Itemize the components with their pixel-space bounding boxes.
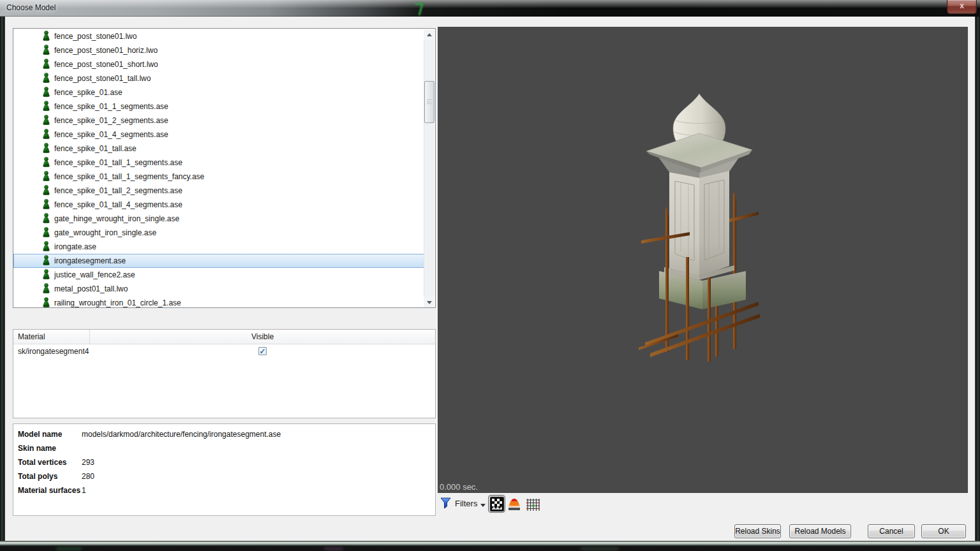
list-item-label: fence_spike_01_tall_1_segments_fancy.ase <box>54 172 204 181</box>
textured-mode-icon <box>490 497 504 511</box>
info-row: Model namemodels/darkmod/architecture/fe… <box>18 427 435 441</box>
list-item[interactable]: fence_spike_01.ase <box>13 85 424 99</box>
model-icon <box>42 185 50 195</box>
list-item[interactable]: fence_post_stone01_short.lwo <box>13 57 424 71</box>
model-preview-viewport[interactable]: 0.000 sec. <box>438 27 968 493</box>
ok-button[interactable]: OK <box>921 524 966 538</box>
filters-label[interactable]: Filters <box>455 499 477 508</box>
list-item[interactable]: gate_hinge_wrought_iron_single.ase <box>13 212 424 226</box>
lighting-mode-icon <box>507 497 522 513</box>
model-icon <box>42 101 50 111</box>
background-artifact <box>414 3 424 17</box>
info-label: Total vertices <box>18 455 82 469</box>
desktop-smudge <box>56 547 82 550</box>
window-border-left <box>0 17 5 541</box>
list-item-label: irongatesegment.ase <box>54 256 126 265</box>
model-icon <box>42 241 50 251</box>
info-row: Material surfaces1 <box>18 483 435 497</box>
cancel-button[interactable]: Cancel <box>868 524 915 538</box>
info-value: 280 <box>82 469 94 483</box>
desktop-strip <box>0 547 980 551</box>
close-icon: x <box>960 1 964 10</box>
reload-skins-button[interactable]: Reload Skins <box>734 524 781 538</box>
textured-mode-button[interactable] <box>488 495 505 513</box>
render-time-label: 0.000 sec. <box>440 482 478 492</box>
model-tree-rows: fence_post_stone01.lwo fence_post_stone0… <box>13 29 424 307</box>
lighting-mode-button[interactable] <box>507 497 522 513</box>
list-item[interactable]: gate_wrought_iron_single.ase <box>13 226 424 240</box>
list-item[interactable]: fence_post_stone01_horiz.lwo <box>13 43 424 57</box>
model-icon <box>42 283 50 293</box>
list-item-label: fence_spike_01_tall_2_segments.ase <box>54 186 182 195</box>
info-row: Skin name <box>18 441 435 455</box>
window-border-right <box>975 17 980 541</box>
list-item[interactable]: fence_spike_01_tall_1_segments_fancy.ase <box>13 170 424 184</box>
model-icon <box>42 157 50 167</box>
info-row: Total polys280 <box>18 469 435 483</box>
materials-table: Material Visible sk/irongatesegment4 <box>13 329 436 418</box>
list-scrollbar[interactable] <box>424 29 434 307</box>
close-button[interactable]: x <box>947 0 977 14</box>
model-icon <box>42 45 50 55</box>
grid-toggle-icon <box>525 497 540 513</box>
model-icon <box>42 171 50 181</box>
list-item[interactable]: fence_spike_01_tall_2_segments.ase <box>13 184 424 198</box>
model-icon <box>42 87 50 97</box>
model-preview-3d <box>620 87 792 362</box>
model-icon <box>42 59 50 69</box>
list-item-label: fence_spike_01_tall.ase <box>54 144 137 153</box>
list-item[interactable]: irongate.ase <box>13 240 424 254</box>
list-item-label: metal_post01_tall.lwo <box>54 284 128 293</box>
material-row[interactable]: sk/irongatesegment4 <box>13 344 435 358</box>
list-item[interactable]: fence_spike_01_tall.ase <box>13 142 424 156</box>
info-row: Total vertices293 <box>18 455 435 469</box>
grid-toggle-button[interactable] <box>525 497 540 513</box>
list-item[interactable]: irongatesegment.ase <box>13 254 424 268</box>
info-value: 1 <box>82 483 86 497</box>
list-item[interactable]: fence_post_stone01.lwo <box>13 29 424 43</box>
model-tree-list: fence_post_stone01.lwo fence_post_stone0… <box>13 28 436 308</box>
arrow-up-icon <box>427 33 432 36</box>
column-header-material[interactable]: Material <box>13 330 90 344</box>
info-value: models/darkmod/architecture/fencing/iron… <box>82 427 281 441</box>
model-icon <box>42 199 50 209</box>
list-item[interactable]: fence_spike_01_2_segments.ase <box>13 114 424 128</box>
list-item-label: gate_hinge_wrought_iron_single.ase <box>54 214 179 223</box>
info-value: 293 <box>82 455 94 469</box>
materials-table-header: Material Visible <box>13 330 435 344</box>
info-label: Model name <box>18 427 82 441</box>
model-icon <box>42 129 50 139</box>
list-item[interactable]: fence_spike_01_1_segments.ase <box>13 99 424 114</box>
scrollbar-grip-icon <box>427 99 432 104</box>
list-item-label: railing_wrought_iron_01_circle_1.ase <box>54 298 181 307</box>
list-item-label: fence_spike_01_4_segments.ase <box>54 130 168 139</box>
list-item-label: fence_post_stone01.lwo <box>54 32 137 41</box>
model-icon <box>42 297 50 307</box>
list-item[interactable]: railing_wrought_iron_01_circle_1.ase <box>13 296 424 308</box>
list-item[interactable]: metal_post01_tall.lwo <box>13 282 424 296</box>
visible-checkbox[interactable] <box>258 347 267 355</box>
scroll-down-button[interactable] <box>424 297 434 307</box>
desktop-smudge <box>581 547 619 550</box>
filter-funnel-icon[interactable] <box>440 497 451 509</box>
list-item-label: fence_post_stone01_tall.lwo <box>54 74 151 83</box>
model-icon <box>42 143 50 153</box>
window-title: Choose Model <box>6 3 56 12</box>
info-label: Material surfaces <box>18 483 82 497</box>
list-item[interactable]: justice_wall_fence2.ase <box>13 268 424 282</box>
list-item[interactable]: fence_spike_01_tall_1_segments.ase <box>13 156 424 170</box>
column-header-visible[interactable]: Visible <box>90 330 435 344</box>
list-item-label: fence_spike_01_2_segments.ase <box>54 116 168 125</box>
model-info-panel: Model namemodels/darkmod/architecture/fe… <box>13 423 436 516</box>
scrollbar-thumb[interactable] <box>424 81 434 123</box>
list-item-label: irongate.ase <box>54 242 96 251</box>
arrow-down-icon <box>427 301 432 304</box>
list-item[interactable]: fence_spike_01_4_segments.ase <box>13 128 424 142</box>
titlebar[interactable]: Choose Model <box>0 0 980 17</box>
list-item[interactable]: fence_post_stone01_tall.lwo <box>13 71 424 85</box>
filters-dropdown-icon[interactable] <box>480 504 486 507</box>
list-item[interactable]: fence_spike_01_tall_4_segments.ase <box>13 198 424 212</box>
scroll-up-button[interactable] <box>424 29 434 40</box>
list-item-label: fence_spike_01.ase <box>54 88 122 97</box>
reload-models-button[interactable]: Reload Models <box>789 524 851 538</box>
